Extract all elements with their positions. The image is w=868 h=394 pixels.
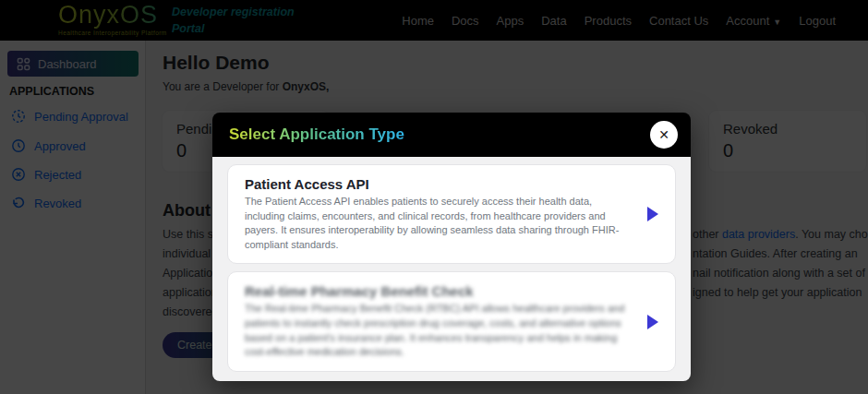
option-title: Patient Access API (245, 176, 627, 192)
play-arrow-icon[interactable] (647, 207, 658, 221)
play-arrow-icon[interactable] (647, 315, 658, 329)
modal-title: Select Application Type (229, 125, 404, 144)
option-rtbc-disabled[interactable]: Real-time Pharmacy Benefit Check The Rea… (227, 271, 676, 371)
close-icon[interactable]: ✕ (650, 121, 678, 149)
app-screen: OnyxOS Healthcare Interoperability Platf… (0, 0, 868, 394)
option-description: The Patient Access API enables patients … (245, 195, 627, 252)
option-title: Real-time Pharmacy Benefit Check (245, 283, 627, 299)
modal-body: Patient Access API The Patient Access AP… (212, 157, 691, 381)
option-description: The Real-time Pharmacy Benefit Check (RT… (245, 302, 627, 359)
select-application-type-modal: Select Application Type ✕ Patient Access… (212, 113, 691, 381)
modal-header: Select Application Type ✕ (212, 113, 691, 157)
option-patient-access-api[interactable]: Patient Access API The Patient Access AP… (227, 164, 676, 264)
